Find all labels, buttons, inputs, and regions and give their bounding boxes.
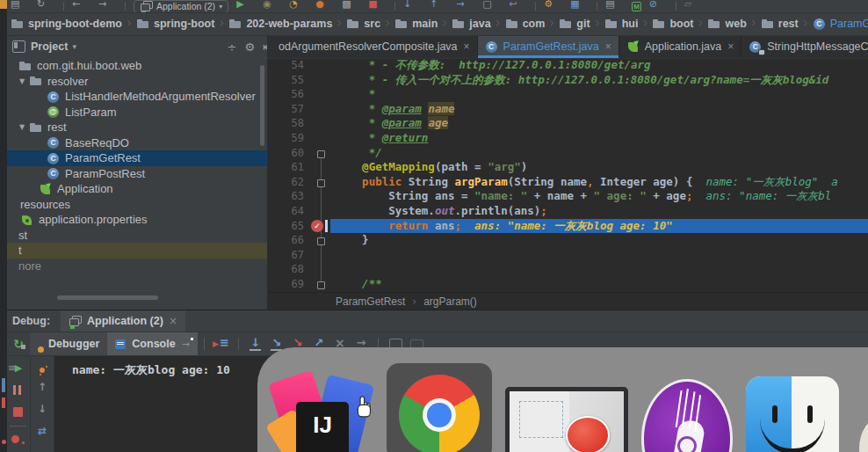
- close-icon[interactable]: ×: [727, 40, 734, 53]
- stop-icon[interactable]: [10, 405, 27, 419]
- dock-chrome-icon[interactable]: [387, 363, 492, 452]
- tree-item-application[interactable]: Application: [7, 181, 267, 197]
- breadcrumb-item-paramgetrest[interactable]: ParamGetRest: [813, 18, 868, 30]
- fold-marker-icon[interactable]: [309, 233, 330, 248]
- code-line-59[interactable]: 59 * @return: [267, 131, 868, 146]
- code-line-69[interactable]: 69 /**: [267, 277, 868, 292]
- tree-expand-arrow[interactable]: ▼: [19, 123, 29, 131]
- tab-debugger[interactable]: Debugger: [30, 332, 107, 355]
- run-configuration-select[interactable]: Application (2) ▾: [134, 0, 228, 13]
- breadcrumb-item-src[interactable]: src: [346, 15, 394, 33]
- breadcrumb-item-web[interactable]: web: [707, 15, 760, 33]
- forward-icon[interactable]: →: [98, 0, 112, 13]
- tree-item-resolver[interactable]: ▼ resolver: [7, 74, 267, 90]
- tab-stringhttpmessageconverter[interactable]: StringHttpMessageConverter.ja: [741, 35, 868, 58]
- dock-finder-icon[interactable]: [746, 376, 839, 452]
- rollback-icon[interactable]: ↩: [509, 0, 523, 13]
- vcs-update-icon[interactable]: ↓: [403, 0, 417, 13]
- fold-marker-icon[interactable]: [309, 277, 330, 292]
- code-line-57[interactable]: 57 * @param name: [267, 102, 868, 117]
- tab-application[interactable]: Application.java ×: [619, 35, 742, 58]
- breadcrumb-item-java[interactable]: java: [452, 15, 504, 33]
- breadcrumb-method[interactable]: argParam(): [423, 295, 477, 308]
- show-execution-point-icon[interactable]: ≡: [211, 334, 232, 354]
- code-line-54[interactable]: 54 * - 不传参数: http://127.0.0.1:8080/get/a…: [267, 58, 868, 73]
- profiler-icon[interactable]: ●: [315, 0, 329, 13]
- breadcrumb-item-hui[interactable]: hui: [604, 15, 653, 33]
- breadcrumb-item-202-web-params[interactable]: 202-web-params: [228, 15, 346, 33]
- code-line-55[interactable]: 55 * - 传入一个对不上的参数: http://127.0.0.1:8080…: [267, 73, 868, 88]
- maven-icon[interactable]: M: [632, 2, 641, 11]
- code-line-68[interactable]: 68: [267, 262, 868, 277]
- rerun-icon[interactable]: [7, 337, 30, 351]
- stop-icon[interactable]: ■: [368, 0, 382, 13]
- save-all-icon[interactable]: ▤: [605, 0, 619, 13]
- run-icon[interactable]: ▶: [236, 0, 250, 13]
- tree-expand-arrow[interactable]: ▼: [19, 77, 29, 85]
- gear-icon[interactable]: ⚙: [244, 40, 255, 54]
- run-tool-icon[interactable]: ▩: [342, 0, 356, 13]
- tree-item-paramgetrest[interactable]: ParamGetRest: [7, 150, 267, 166]
- project-structure-icon[interactable]: ▦: [570, 0, 584, 13]
- dock-screen-recorder-icon[interactable]: [505, 387, 628, 452]
- code-line-66[interactable]: 66 }: [267, 233, 868, 248]
- settings-wrench-icon[interactable]: ⚙: [544, 0, 558, 13]
- code-line-64[interactable]: 64 System.out.println(ans);: [267, 204, 868, 219]
- collapse-all-icon[interactable]: ÷: [228, 40, 237, 54]
- debug-icon[interactable]: ◉: [263, 0, 277, 13]
- tree-item-application-properties[interactable]: application.properties: [7, 212, 267, 228]
- tree-item-listhandlermethodargumentresolver[interactable]: ListHandlerMethodArgumentResolver: [7, 89, 267, 105]
- project-panel-title[interactable]: Project: [31, 40, 68, 53]
- breadcrumb-item-git[interactable]: git: [559, 15, 604, 33]
- dock-partial-app-icon[interactable]: [859, 418, 868, 452]
- code-line-67[interactable]: 67: [267, 248, 868, 263]
- save-icon[interactable]: ▤: [11, 0, 25, 13]
- chevron-down-icon[interactable]: ▾: [72, 42, 76, 51]
- step-over-icon[interactable]: ↓: [245, 334, 266, 354]
- code-line-56[interactable]: 56 *: [267, 87, 868, 102]
- code-editor[interactable]: 54 * - 不传参数: http://127.0.0.1:8080/get/a…: [267, 58, 868, 292]
- resume-program-icon[interactable]: ▶: [10, 361, 27, 375]
- code-line-65[interactable]: 65 return ans; ans: "name: 一灰灰blog age: …: [267, 219, 868, 234]
- power-save-icon[interactable]: ⊘: [649, 0, 663, 13]
- code-line-63[interactable]: 63 String ans = "name: " + name + " age:…: [267, 189, 868, 204]
- fold-marker-icon[interactable]: [309, 175, 330, 190]
- vcs-commit-icon[interactable]: ↑: [430, 0, 444, 13]
- coverage-icon[interactable]: ◔: [289, 0, 303, 13]
- tree-item-nore[interactable]: nore: [7, 259, 267, 274]
- tree-item-st[interactable]: st: [7, 228, 267, 244]
- code-line-60[interactable]: 60 */: [267, 146, 868, 161]
- vcs-push-icon[interactable]: →: [456, 0, 470, 13]
- up-stack-trace-icon[interactable]: ↑: [34, 381, 50, 393]
- close-icon[interactable]: ×: [169, 315, 177, 327]
- code-line-62[interactable]: 62 public String argParam(String name, I…: [267, 175, 868, 190]
- down-stack-trace-icon[interactable]: ↓: [34, 403, 50, 415]
- debug-session-tab[interactable]: Application (2) ×: [61, 310, 185, 332]
- tab-paramgetrest[interactable]: ParamGetRest.java ×: [478, 35, 619, 58]
- breadcrumb-item-spring-boot-demo[interactable]: spring-boot-demo: [11, 15, 136, 33]
- tree-item-basereqdo[interactable]: BaseReqDO: [7, 135, 267, 151]
- tree-item-t[interactable]: t: [7, 243, 267, 259]
- tree-item-com-git-hui-boot-web[interactable]: com.git.hui.boot.web: [7, 58, 267, 74]
- tree-item-rest[interactable]: ▼ rest: [7, 120, 267, 135]
- code-line-61[interactable]: 61 @GetMapping(path = "arg"): [267, 160, 868, 175]
- close-icon[interactable]: ×: [605, 40, 611, 53]
- project-tree-horizontal-scrollbar[interactable]: [57, 295, 158, 300]
- breadcrumb-item-main[interactable]: main: [394, 15, 452, 33]
- tab-argumentresolvercomposite[interactable]: odArgumentResolverComposite.java ×: [267, 35, 478, 58]
- fold-marker-icon[interactable]: [309, 146, 330, 161]
- back-icon[interactable]: ←: [72, 0, 86, 13]
- history-window-icon[interactable]: ▢: [482, 0, 496, 13]
- tree-item-listparam[interactable]: ListParam: [7, 105, 267, 120]
- breakpoint-icon[interactable]: [309, 219, 330, 234]
- sync-icon[interactable]: ↻: [37, 0, 51, 13]
- tab-console[interactable]: Console →: [107, 332, 198, 355]
- breadcrumb-item-rest[interactable]: rest: [761, 15, 813, 33]
- soft-wrap-icon[interactable]: ⇄: [34, 425, 50, 437]
- console-filter-icon[interactable]: [34, 363, 50, 371]
- clear-console-icon[interactable]: [34, 447, 50, 452]
- breadcrumb-class[interactable]: ParamGetRest: [336, 295, 405, 308]
- project-tree-vertical-scrollbar[interactable]: [260, 65, 264, 146]
- tree-item-parampostrest[interactable]: ParamPostRest: [7, 166, 267, 182]
- code-line-58[interactable]: 58 * @param age: [267, 116, 868, 131]
